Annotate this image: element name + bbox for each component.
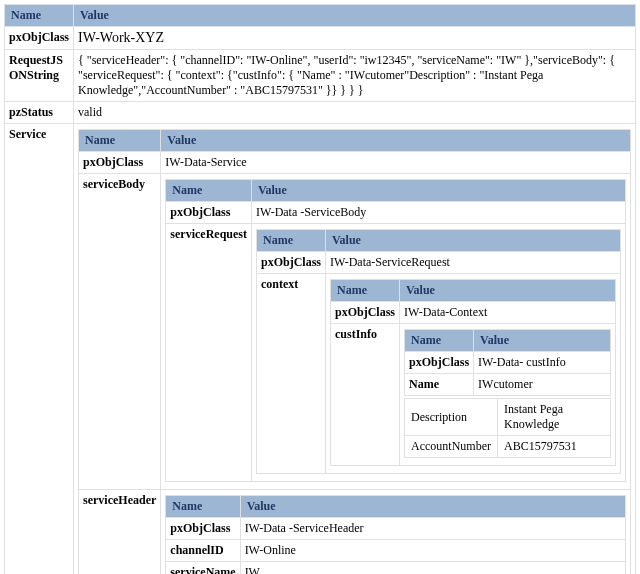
col-value: Value — [74, 5, 636, 27]
servicerequest-table: Name Value pxObjClass IW-Data-ServiceReq… — [256, 229, 621, 474]
col-value: Value — [240, 496, 625, 518]
label: AccountNumber — [405, 436, 498, 458]
table-header-row: Name Value — [166, 180, 626, 202]
value: IW-Data-Service — [161, 152, 631, 174]
row-context: context — [256, 274, 620, 474]
table-header-row: Name Value — [166, 496, 626, 518]
col-value: Value — [326, 230, 621, 252]
label: pxObjClass — [166, 518, 240, 540]
row-sb-pxobjclass: pxObjClass IW-Data -ServiceBody — [166, 202, 626, 224]
value: IW-Data-ServiceRequest — [326, 252, 621, 274]
row-ci-name: Name IWcutomer — [405, 374, 611, 396]
label: pxObjClass — [79, 152, 161, 174]
value: IW — [240, 562, 625, 575]
row-pzstatus: pzStatus valid — [5, 102, 636, 124]
row-pxobjclass: pxObjClass IW-Work-XYZ — [5, 27, 636, 50]
label-pzstatus: pzStatus — [5, 102, 74, 124]
label: channelID — [166, 540, 240, 562]
row-ci-description: Description Instant Pega Knowledge — [405, 399, 611, 436]
service-table: Name Value pxObjClass IW-Data-Service se… — [78, 129, 631, 574]
label: Name — [405, 374, 474, 396]
col-value: Value — [474, 330, 611, 352]
row-serviceheader: serviceHeader Name Value — [79, 490, 631, 575]
table-header-row: Name Value — [79, 130, 631, 152]
table-header-row: Name Value — [405, 330, 611, 352]
value: IW-Data- custInfo — [474, 352, 611, 374]
label: Description — [405, 399, 498, 436]
col-name: Name — [79, 130, 161, 152]
row-servicebody: serviceBody Name Value — [79, 174, 631, 490]
clipboard-root-table: Name Value pxObjClass IW-Work-XYZ Reques… — [4, 4, 636, 574]
col-name: Name — [256, 230, 325, 252]
col-name: Name — [166, 496, 240, 518]
table-header-row: Name Value — [331, 280, 616, 302]
col-value: Value — [161, 130, 631, 152]
value-pxobjclass: IW-Work-XYZ — [74, 27, 636, 50]
row-sh-channelid: channelID IW-Online — [166, 540, 626, 562]
row-ci-pxobjclass: pxObjClass IW-Data- custInfo — [405, 352, 611, 374]
label-service: Service — [5, 124, 74, 575]
label-pxobjclass: pxObjClass — [5, 27, 74, 50]
custinfo-table: Name Value pxObjCl — [404, 329, 611, 396]
row-service-pxobjclass: pxObjClass IW-Data-Service — [79, 152, 631, 174]
label: custInfo — [331, 324, 400, 466]
row-custinfo: custInfo — [331, 324, 616, 466]
row-ctx-pxobjclass: pxObjClass IW-Data-Context — [331, 302, 616, 324]
value: IW-Data -ServiceHeader — [240, 518, 625, 540]
row-sh-pxobjclass: pxObjClass IW-Data -ServiceHeader — [166, 518, 626, 540]
row-servicerequest: serviceRequest N — [166, 224, 626, 482]
table-header-row: Name Value — [5, 5, 636, 27]
value: IWcutomer — [474, 374, 611, 396]
col-name: Name — [331, 280, 400, 302]
label: serviceRequest — [166, 224, 252, 482]
label-requestjsonstring: RequestJSONString — [5, 50, 74, 102]
label: pxObjClass — [166, 202, 252, 224]
label: pxObjClass — [405, 352, 474, 374]
value: IW-Data-Context — [400, 302, 616, 324]
row-service: Service Name Value pxObjClass IW-Data-Se… — [5, 124, 636, 575]
label: serviceHeader — [79, 490, 161, 575]
row-ci-accountnumber: AccountNumber ABC15797531 — [405, 436, 611, 458]
col-name: Name — [5, 5, 74, 27]
row-requestjsonstring: RequestJSONString { "serviceHeader": { "… — [5, 50, 636, 102]
servicebody-table: Name Value pxObjClass IW-Data -ServiceBo… — [165, 179, 626, 482]
context-table: Name Value pxObjClass — [330, 279, 616, 466]
value: ABC15797531 — [498, 436, 611, 458]
col-value: Value — [251, 180, 625, 202]
row-sr-pxobjclass: pxObjClass IW-Data-ServiceRequest — [256, 252, 620, 274]
serviceheader-table: Name Value pxObjClass IW-Data -ServiceHe… — [165, 495, 626, 574]
table-header-row: Name Value — [256, 230, 620, 252]
label: serviceName — [166, 562, 240, 575]
col-name: Name — [166, 180, 252, 202]
row-sh-servicename: serviceName IW — [166, 562, 626, 575]
label: context — [256, 274, 325, 474]
col-name: Name — [405, 330, 474, 352]
custinfo-extra-table: Description Instant Pega Knowledge — [404, 398, 611, 458]
value: IW-Data -ServiceBody — [251, 202, 625, 224]
value: IW-Online — [240, 540, 625, 562]
col-value: Value — [400, 280, 616, 302]
label: pxObjClass — [256, 252, 325, 274]
label: pxObjClass — [331, 302, 400, 324]
label: serviceBody — [79, 174, 161, 490]
value: Instant Pega Knowledge — [498, 399, 611, 436]
value-pzstatus: valid — [74, 102, 636, 124]
value-requestjsonstring: { "serviceHeader": { "channelID": "IW-On… — [74, 50, 636, 102]
